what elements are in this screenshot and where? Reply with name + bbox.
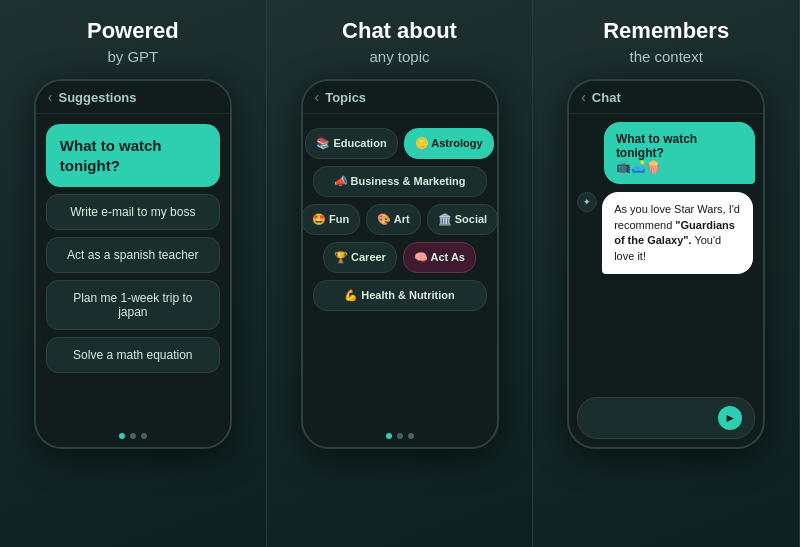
phone-bar-2: ‹ Topics	[303, 81, 497, 114]
bar-title-3: Chat	[592, 90, 621, 105]
suggestion-1[interactable]: Write e-mail to my boss	[46, 194, 220, 230]
topic-education[interactable]: 📚 Education	[305, 128, 397, 159]
ai-message-row: ✦ As you love Star Wars, I'd recommend "…	[577, 192, 755, 274]
back-icon-3[interactable]: ‹	[581, 89, 586, 105]
panel-powered-by-gpt: Powered by GPT ‹ Suggestions What to wat…	[0, 0, 267, 547]
topic-social[interactable]: 🏛️ Social	[427, 204, 497, 235]
phone-mockup-3: ‹ Chat What to watch tonight?📺🛋️🍿 ✦ As y…	[567, 79, 765, 449]
panel3-subtitle: the context	[629, 48, 702, 65]
topic-act-as[interactable]: 🧠 Act As	[403, 242, 476, 273]
phone-mockup-2: ‹ Topics 📚 Education 🪙 Astrology 📣 Busin…	[301, 79, 499, 449]
back-icon[interactable]: ‹	[48, 89, 53, 105]
phone-bar-1: ‹ Suggestions	[36, 81, 230, 114]
panel2-subtitle: any topic	[369, 48, 429, 65]
user-message: What to watch tonight?📺🛋️🍿	[604, 122, 755, 184]
topics-row-3: 🤩 Fun 🎨 Art 🏛️ Social	[313, 204, 487, 235]
topics-row-5: 💪 Health & Nutrition	[313, 280, 487, 311]
panel2-title: Chat about	[342, 18, 457, 44]
topics-row-1: 📚 Education 🪙 Astrology	[313, 128, 487, 159]
topic-business[interactable]: 📣 Business & Marketing	[313, 166, 487, 197]
suggestion-3[interactable]: Plan me 1-week trip to japan	[46, 280, 220, 330]
send-button[interactable]: ►	[718, 406, 742, 430]
highlight-suggestion[interactable]: What to watch tonight?	[46, 124, 220, 187]
topic-art[interactable]: 🎨 Art	[366, 204, 421, 235]
topics-row-4: 🏆 Career 🧠 Act As	[313, 242, 487, 273]
back-icon-2[interactable]: ‹	[315, 89, 320, 105]
chat-input-bar[interactable]: ►	[577, 397, 755, 439]
phone-mockup-1: ‹ Suggestions What to watch tonight? Wri…	[34, 79, 232, 449]
panel3-title: Remembers	[603, 18, 729, 44]
topic-astrology[interactable]: 🪙 Astrology	[404, 128, 494, 159]
chat-messages: What to watch tonight?📺🛋️🍿 ✦ As you love…	[569, 114, 763, 393]
suggestions-list: What to watch tonight? Write e-mail to m…	[36, 114, 230, 423]
topic-health[interactable]: 💪 Health & Nutrition	[313, 280, 487, 311]
panel1-subtitle: by GPT	[107, 48, 158, 65]
panel1-title: Powered	[87, 18, 179, 44]
suggestion-2[interactable]: Act as a spanish teacher	[46, 237, 220, 273]
topics-container: 📚 Education 🪙 Astrology 📣 Business & Mar…	[303, 114, 497, 423]
panel-remembers: Remembers the context ‹ Chat What to wat…	[533, 0, 800, 547]
suggestion-4[interactable]: Solve a math equation	[46, 337, 220, 373]
bar-title-2: Topics	[325, 90, 366, 105]
ai-avatar: ✦	[577, 192, 597, 212]
topics-row-2: 📣 Business & Marketing	[313, 166, 487, 197]
phone-bar-3: ‹ Chat	[569, 81, 763, 114]
ai-message: As you love Star Wars, I'd recommend "Gu…	[602, 192, 753, 274]
topics-grid: 📚 Education 🪙 Astrology 📣 Business & Mar…	[313, 124, 487, 315]
topic-fun[interactable]: 🤩 Fun	[303, 204, 361, 235]
bar-title-1: Suggestions	[59, 90, 137, 105]
topic-career[interactable]: 🏆 Career	[323, 242, 397, 273]
panel-chat-about: Chat about any topic ‹ Topics 📚 Educatio…	[267, 0, 534, 547]
